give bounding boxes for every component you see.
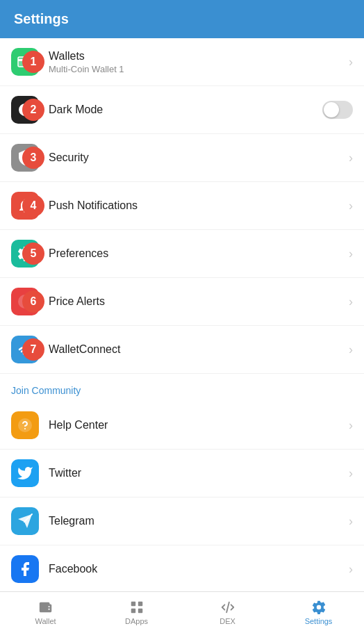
facebook-chevron: ›	[349, 562, 353, 577]
wallets-subtitle: Multi-Coin Wallet 1	[49, 64, 349, 74]
nav-dex-label: DEX	[220, 617, 235, 625]
walletconnect-title: WalletConnect	[49, 343, 349, 356]
preferences-title: Preferences	[49, 247, 349, 260]
bottom-nav: Wallet DApps DEX Settings	[0, 591, 364, 633]
settings-item-wallets[interactable]: Wallets Multi-Coin Wallet 1 1 ›	[0, 38, 364, 86]
push-title: Push Notifications	[49, 199, 349, 212]
wallets-content: Wallets Multi-Coin Wallet 1	[49, 50, 349, 74]
svg-rect-14	[138, 609, 142, 613]
settings-item-price-alerts[interactable]: $ Price Alerts 6 ›	[0, 278, 364, 326]
page-header: Settings	[0, 0, 364, 38]
settings-list: Wallets Multi-Coin Wallet 1 1 › Dark Mod…	[0, 38, 364, 633]
settings-item-security[interactable]: Security 3 ›	[0, 134, 364, 182]
settings-item-facebook[interactable]: Facebook ›	[0, 545, 364, 593]
help-content: Help Center	[49, 419, 349, 431]
nav-wallet-label: Wallet	[35, 617, 56, 625]
nav-settings[interactable]: Settings	[273, 592, 364, 633]
telegram-icon	[11, 507, 39, 535]
telegram-title: Telegram	[49, 515, 349, 527]
help-title: Help Center	[49, 419, 349, 431]
svg-rect-12	[138, 602, 142, 606]
price-alerts-content: Price Alerts	[49, 295, 349, 308]
price-alerts-chevron: ›	[349, 295, 353, 309]
settings-item-push[interactable]: Push Notifications 4 ›	[0, 182, 364, 230]
settings-item-preferences[interactable]: Preferences 5 ›	[0, 230, 364, 278]
wallets-chevron: ›	[349, 55, 353, 69]
badge-2: 2	[22, 99, 44, 121]
badge-5: 5	[22, 242, 44, 265]
preferences-chevron: ›	[349, 247, 353, 261]
badge-7: 7	[22, 338, 44, 361]
settings-item-help[interactable]: Help Center ›	[0, 402, 364, 450]
badge-6: 6	[22, 290, 44, 313]
settings-item-telegram[interactable]: Telegram ›	[0, 498, 364, 545]
push-chevron: ›	[349, 199, 353, 213]
badge-4: 4	[22, 195, 44, 217]
facebook-content: Facebook	[49, 563, 349, 575]
badge-3: 3	[22, 147, 44, 169]
settings-item-walletconnect[interactable]: WalletConnect 7 ›	[0, 326, 364, 374]
facebook-title: Facebook	[49, 563, 349, 575]
twitter-title: Twitter	[49, 467, 349, 479]
settings-item-twitter[interactable]: Twitter ›	[0, 450, 364, 498]
telegram-chevron: ›	[349, 514, 353, 529]
push-content: Push Notifications	[49, 199, 349, 212]
help-icon	[11, 411, 39, 439]
facebook-icon	[11, 555, 39, 583]
badge-1: 1	[22, 51, 44, 73]
nav-wallet[interactable]: Wallet	[0, 592, 91, 633]
settings-item-darkmode[interactable]: Dark Mode 2	[0, 86, 364, 134]
walletconnect-chevron: ›	[349, 343, 353, 357]
svg-rect-11	[131, 602, 135, 606]
darkmode-title: Dark Mode	[49, 104, 322, 116]
preferences-content: Preferences	[49, 247, 349, 260]
main-content: Wallets Multi-Coin Wallet 1 1 › Dark Mod…	[0, 38, 364, 633]
join-community-label: Join Community	[0, 374, 364, 402]
security-content: Security	[49, 151, 349, 164]
price-alerts-title: Price Alerts	[49, 295, 349, 308]
twitter-icon	[11, 459, 39, 487]
twitter-content: Twitter	[49, 467, 349, 479]
nav-dapps[interactable]: DApps	[91, 592, 182, 633]
svg-rect-13	[131, 609, 135, 613]
nav-dapps-label: DApps	[125, 617, 148, 625]
svg-point-7	[24, 428, 26, 429]
help-chevron: ›	[349, 418, 353, 433]
security-chevron: ›	[349, 151, 353, 165]
page-title: Settings	[14, 11, 69, 26]
twitter-chevron: ›	[349, 466, 353, 481]
walletconnect-content: WalletConnect	[49, 343, 349, 356]
wallets-title: Wallets	[49, 50, 349, 63]
telegram-content: Telegram	[49, 515, 349, 527]
nav-settings-label: Settings	[305, 617, 333, 625]
svg-marker-8	[18, 514, 32, 528]
darkmode-content: Dark Mode	[49, 104, 322, 116]
nav-dex[interactable]: DEX	[182, 592, 273, 633]
darkmode-toggle[interactable]	[322, 101, 353, 119]
security-title: Security	[49, 151, 349, 164]
